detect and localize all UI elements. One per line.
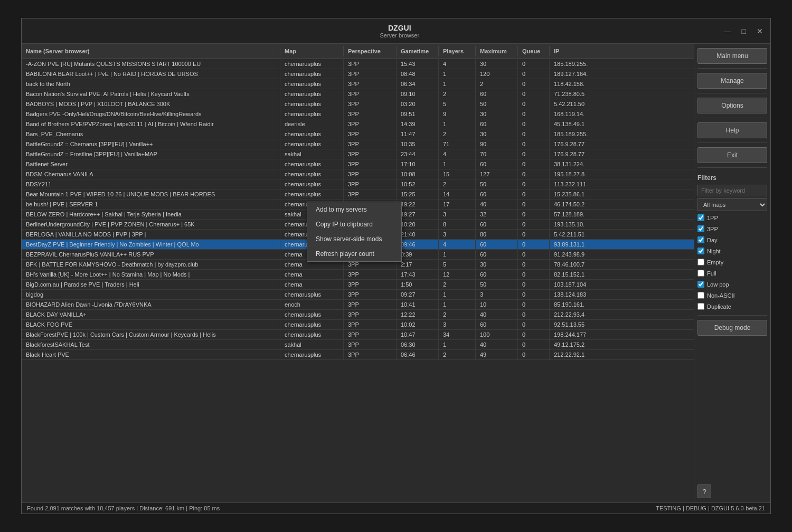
table-row[interactable]: BattleGroundZ :: Frostline [3PP][EU] | V…	[22, 149, 694, 159]
filter-lowpop-checkbox[interactable]	[697, 281, 704, 288]
exit-button[interactable]: Exit	[697, 147, 767, 163]
main-menu-button[interactable]: Main menu	[697, 48, 767, 64]
table-row[interactable]: BlackforestSAKHAL Testsakhal3PP06:301400…	[22, 340, 694, 350]
cell-queue: 0	[518, 300, 550, 309]
table-row[interactable]: Band of Brothers PVE/PVPZones | wipe30.1…	[22, 119, 694, 129]
cell-queue: 0	[518, 320, 550, 329]
table-row[interactable]: BDSY211chernarusplus3PP10:522500113.232.…	[22, 179, 694, 189]
divider-4	[697, 142, 767, 143]
context-refresh-player-count[interactable]: Refresh player count	[307, 246, 401, 261]
help-button[interactable]: Help	[697, 122, 767, 138]
col-name: Name (Server browser)	[22, 46, 280, 56]
table-row[interactable]: back to the Northchernarusplus3PP06:3412…	[22, 79, 694, 89]
cell-name: BlackForestPVE | 100k | Custom Cars | Cu…	[22, 330, 280, 339]
close-button[interactable]: ✕	[753, 26, 766, 36]
cell-name: BLACK DAY VANILLA+	[22, 310, 280, 319]
filter-night-checkbox[interactable]	[697, 248, 704, 254]
table-row[interactable]: -A-ZON PVE [RU] Mutants QUESTS MISSIONS …	[22, 59, 694, 69]
filter-full-checkbox[interactable]	[697, 270, 704, 277]
cell-ip: 118.42.158.	[550, 79, 613, 89]
cell-players: 1	[439, 69, 476, 79]
cell-queue: 0	[518, 129, 550, 139]
table-row[interactable]: Bacon Nation's Survival PVE: AI Patrols …	[22, 89, 694, 99]
cell-ip: 193.135.10.	[550, 220, 613, 229]
cell-players: 4	[439, 149, 476, 159]
table-row[interactable]: Bars_PVE_Chernaruschernarusplus3PP11:472…	[22, 129, 694, 139]
cell-players: 1	[439, 340, 476, 349]
table-row[interactable]: Black Heart PVEchernarusplus3PP06:462490…	[22, 350, 694, 360]
col-perspective: Perspective	[344, 46, 397, 56]
table-row[interactable]: BDSM Chernarus VANILAchernarusplus3PP10:…	[22, 169, 694, 179]
cell-players: 2	[439, 89, 476, 99]
filter-3pp-row[interactable]: 3PP	[697, 225, 767, 232]
filter-1pp-row[interactable]: 1PP	[697, 214, 767, 221]
filter-nonascii-checkbox[interactable]	[697, 292, 704, 299]
cell-maximum: 60	[476, 159, 518, 169]
filter-keyword-input[interactable]	[697, 185, 767, 196]
filter-3pp-checkbox[interactable]	[697, 225, 704, 232]
filter-empty-checkbox[interactable]	[697, 259, 704, 265]
cell-perspective: 3PP	[344, 280, 397, 289]
cell-name: BestDayZ PVE | Beginner Friendly | No Zo…	[22, 240, 280, 249]
cell-perspective: 3PP	[344, 79, 397, 89]
cell-gametime: 17:10	[397, 159, 439, 169]
filter-lowpop-row[interactable]: Low pop	[697, 281, 767, 288]
all-maps-dropdown[interactable]: All maps	[697, 198, 767, 211]
table-row[interactable]: BattleGroundZ :: Chernarus [3PP][EU] | V…	[22, 139, 694, 149]
context-add-to-my-servers[interactable]: Add to my servers	[307, 202, 401, 217]
options-button[interactable]: Options	[697, 98, 767, 113]
cell-name: be hush! | PVE | SERVER 1	[22, 200, 280, 209]
cell-name: BADBOYS | MODS | PVP | X10LOOT | BALANCE…	[22, 99, 280, 109]
filter-night-row[interactable]: Night	[697, 248, 767, 254]
table-row[interactable]: BlackForestPVE | 100k | Custom Cars | Cu…	[22, 330, 694, 340]
cell-queue: 0	[518, 290, 550, 299]
table-row[interactable]: BH's Vanilla [UK] - More Loot++ | No Sta…	[22, 270, 694, 280]
filter-nonascii-row[interactable]: Non-ASCII	[697, 292, 767, 299]
filter-duplicate-checkbox[interactable]	[697, 303, 704, 310]
cell-maximum: 3	[476, 290, 518, 299]
table-body[interactable]: -A-ZON PVE [RU] Mutants QUESTS MISSIONS …	[22, 59, 694, 502]
cell-gametime: 10:02	[397, 320, 439, 329]
filter-duplicate-row[interactable]: Duplicate	[697, 303, 767, 310]
table-row[interactable]: Battlenet Serverchernarusplus3PP17:10160…	[22, 159, 694, 169]
table-row[interactable]: BLACK FOG PVEchernarusplus3PP10:02360092…	[22, 320, 694, 330]
divider-1	[697, 68, 767, 69]
filter-1pp-checkbox[interactable]	[697, 214, 704, 221]
minimize-button[interactable]: —	[721, 26, 734, 36]
table-row[interactable]: Bear Mountain 1 PVE | WIPED 10 26 | UNIQ…	[22, 189, 694, 200]
debug-mode-button[interactable]: Debug mode	[697, 320, 767, 336]
filter-1pp-label: 1PP	[707, 215, 718, 221]
help-icon-button[interactable]: ?	[697, 484, 711, 498]
cell-gametime: 2:17	[397, 260, 439, 269]
cell-perspective: 3PP	[344, 320, 397, 329]
table-row[interactable]: BLACK DAY VANILLA+chernarusplus3PP12:222…	[22, 310, 694, 320]
table-row[interactable]: Badgers PVE -Only/Heli/Drugs/DNA/Bitcoin…	[22, 109, 694, 119]
cell-maximum: 49	[476, 350, 518, 359]
cell-name: BLACK FOG PVE	[22, 320, 280, 329]
filter-full-row[interactable]: Full	[697, 270, 767, 277]
cell-gametime: 09:46	[397, 240, 439, 249]
cell-map: chernarusplus	[280, 179, 344, 189]
maximize-button[interactable]: □	[739, 26, 749, 36]
cell-gametime: 03:20	[397, 99, 439, 109]
context-show-mods[interactable]: Show server-side mods	[307, 232, 401, 246]
cell-name: Badgers PVE -Only/Heli/Drugs/DNA/Bitcoin…	[22, 109, 280, 119]
filter-day-checkbox[interactable]	[697, 236, 704, 243]
filter-day-row[interactable]: Day	[697, 236, 767, 243]
cell-name: Bear Mountain 1 PVE | WIPED 10 26 | UNIQ…	[22, 189, 280, 199]
table-row[interactable]: BABILONIA BEAR Loot++ | PvE | No RAID | …	[22, 69, 694, 79]
cell-perspective: 3PP	[344, 310, 397, 319]
cell-maximum: 100	[476, 330, 518, 339]
table-row[interactable]: bigdogchernarusplus3PP09:27130138.124.18…	[22, 290, 694, 300]
table-row[interactable]: BigD.com.au | Paradise PVE | Traders | H…	[22, 280, 694, 290]
table-row[interactable]: BADBOYS | MODS | PVP | X10LOOT | BALANCE…	[22, 99, 694, 109]
context-copy-ip[interactable]: Copy IP to clipboard	[307, 217, 401, 232]
context-menu: Add to my servers Copy IP to clipboard S…	[307, 202, 402, 262]
cell-players: 1	[439, 300, 476, 309]
table-row[interactable]: BIOHAZARD Alien Dawn -Livonia /7DrAY6VNK…	[22, 300, 694, 310]
cell-name: BlackforestSAKHAL Test	[22, 340, 280, 349]
filter-empty-row[interactable]: Empty	[697, 259, 767, 265]
cell-name: Black Heart PVE	[22, 350, 280, 359]
manage-button[interactable]: Manage	[697, 73, 767, 89]
cell-perspective: 3PP	[344, 69, 397, 79]
